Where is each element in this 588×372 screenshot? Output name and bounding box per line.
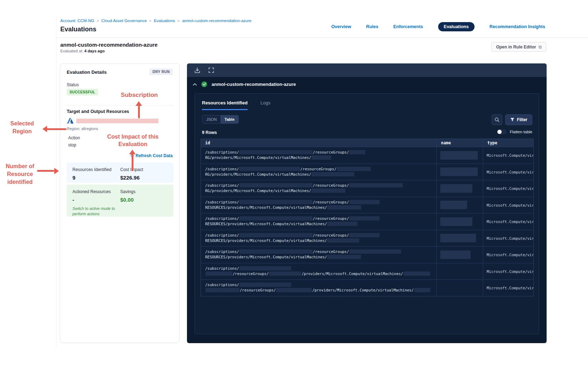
redacted-bar bbox=[440, 250, 471, 259]
redacted-bar bbox=[440, 217, 472, 226]
redacted-bar bbox=[239, 150, 313, 154]
flatten-toggle[interactable] bbox=[497, 129, 507, 134]
redacted-bar bbox=[414, 288, 430, 292]
path-text: RESOURCES/providers/Microsoft.Compute/vi… bbox=[205, 222, 327, 226]
fullscreen-icon[interactable] bbox=[208, 67, 214, 73]
savings-value: $0.00 bbox=[120, 197, 136, 203]
type-cell: Microsoft.Compute/virtu bbox=[483, 280, 533, 296]
path-text: RESOURCES/providers/Microsoft.Compute/vi… bbox=[205, 255, 327, 259]
tab-enforcements[interactable]: Enforcements bbox=[393, 24, 423, 29]
name-cell bbox=[436, 180, 483, 197]
name-cell bbox=[436, 247, 483, 263]
evaluated-at: Evaluated at: 4 days ago bbox=[60, 49, 105, 53]
type-cell: Microsoft.Compute/virtu bbox=[483, 247, 533, 263]
redacted-bar bbox=[239, 200, 313, 204]
redacted-bar bbox=[327, 255, 361, 259]
filter-label: Filter bbox=[517, 117, 527, 122]
redacted-bar bbox=[327, 205, 361, 210]
page: Account: CCM-NG>Cloud Asset Governance>E… bbox=[0, 0, 588, 372]
name-cell bbox=[436, 280, 483, 296]
evaluated-at-label: Evaluated at: bbox=[60, 49, 83, 53]
breadcrumb: Account: CCM-NG>Cloud Asset Governance>E… bbox=[60, 19, 252, 23]
redacted-bar bbox=[327, 238, 359, 243]
resources-table: id name type /subscriptions//resourceGro… bbox=[201, 139, 534, 296]
redacted-bar bbox=[440, 201, 467, 209]
redacted-bar bbox=[440, 151, 478, 160]
refresh-label: Refresh Cost Data bbox=[136, 153, 173, 158]
subscription-arrow-line bbox=[138, 105, 140, 118]
actioned-resources-label: Actioned Resources bbox=[72, 189, 120, 194]
breadcrumb-governance[interactable]: Cloud Asset Governance bbox=[101, 19, 147, 23]
tab-rules[interactable]: Rules bbox=[366, 24, 378, 29]
tab-evaluations[interactable]: Evaluations bbox=[438, 22, 475, 31]
column-header-name: name bbox=[436, 139, 483, 147]
open-rule-editor-button[interactable]: Open in Rule Editor ⧉ bbox=[491, 42, 546, 52]
resources-identified-box: Resources Identified 9 Cost Impact $226.… bbox=[67, 162, 173, 183]
tab-overview[interactable]: Overview bbox=[331, 24, 351, 29]
cost-impact-arrow-line bbox=[132, 154, 133, 171]
resource-count-arrow-line bbox=[37, 170, 54, 172]
path-text: RESOURCES/providers/Microsoft.Compute/vi… bbox=[205, 238, 327, 243]
json-view-button[interactable]: JSON bbox=[202, 115, 220, 123]
table-row: /subscriptions//resourceGroups//provider… bbox=[201, 263, 533, 280]
results-card: Resources Identified Logs JSON Table Fil… bbox=[194, 93, 539, 334]
filter-button[interactable]: Filter bbox=[505, 114, 532, 125]
collapse-chevron-icon[interactable] bbox=[193, 83, 197, 86]
download-icon[interactable] bbox=[194, 67, 201, 73]
action-label: Action bbox=[68, 135, 80, 140]
annotation-cost-impact: Cost Impact of this Evaluation bbox=[103, 133, 162, 148]
tab-logs[interactable]: Logs bbox=[260, 100, 270, 110]
type-cell: Microsoft.Compute/virtu bbox=[483, 147, 533, 164]
azure-icon bbox=[67, 117, 74, 124]
path-text: /resourceGroups/ bbox=[313, 233, 349, 237]
name-cell bbox=[436, 213, 483, 230]
redacted-bar bbox=[349, 233, 380, 237]
path-text: /subscriptions/ bbox=[205, 150, 239, 154]
path-text: /subscriptions/ bbox=[205, 200, 239, 204]
view-mode-toggle: JSON Table bbox=[202, 115, 239, 124]
region-value: Region: allregions bbox=[67, 126, 98, 131]
type-cell: Microsoft.Compute/virtu bbox=[483, 164, 533, 180]
tab-recommendation-insights[interactable]: Recommendation Insights bbox=[490, 24, 545, 29]
table-view-button[interactable]: Table bbox=[220, 115, 238, 123]
redacted-bar bbox=[349, 249, 401, 254]
search-button[interactable] bbox=[492, 114, 502, 125]
breadcrumb-account[interactable]: Account: CCM-NG bbox=[60, 19, 94, 23]
type-cell: Microsoft.Compute/virtu bbox=[483, 263, 533, 280]
results-tabs: Resources Identified Logs bbox=[202, 100, 270, 110]
table-row: /subscriptions//resourceGroups/RG/provid… bbox=[201, 180, 533, 197]
id-cell: /subscriptions//resourceGroups/RG/provid… bbox=[201, 164, 436, 180]
external-link-icon: ⧉ bbox=[538, 45, 542, 50]
breadcrumb-current[interactable]: anmol-custom-recommendation-azure bbox=[182, 19, 251, 23]
evaluated-at-value: 4 days ago bbox=[84, 49, 105, 53]
redacted-bar bbox=[239, 249, 313, 254]
path-text: /subscriptions/ bbox=[205, 233, 239, 237]
table-row: /subscriptions//resourceGroups/RG/provid… bbox=[201, 147, 533, 164]
name-cell bbox=[436, 230, 483, 247]
table-row: /subscriptions//resourceGroups/RESOURCES… bbox=[201, 230, 533, 247]
left-gutter-divider bbox=[56, 15, 56, 347]
path-text: /resourceGroups/ bbox=[313, 183, 349, 187]
column-header-type: type bbox=[483, 139, 533, 147]
viewer-toolbar bbox=[187, 63, 547, 77]
redacted-bar bbox=[337, 167, 371, 171]
type-cell: Microsoft.Compute/virtu bbox=[483, 213, 533, 230]
resources-identified-value: 9 bbox=[72, 175, 120, 181]
breadcrumb-separator: > bbox=[178, 19, 180, 23]
subscription-row bbox=[67, 117, 158, 124]
type-cell: Microsoft.Compute/virtu bbox=[483, 180, 533, 197]
redacted-bar bbox=[269, 272, 301, 276]
tab-resources-identified[interactable]: Resources Identified bbox=[202, 100, 248, 110]
redacted-bar bbox=[440, 184, 472, 193]
id-cell: /subscriptions//resourceGroups/RESOURCES… bbox=[201, 197, 436, 213]
refresh-cost-data-link[interactable]: ⟳Refresh Cost Data bbox=[131, 153, 173, 158]
annotation-selected-region: Selected Region bbox=[4, 120, 41, 135]
divider bbox=[67, 105, 173, 105]
path-text: RG/providers/Microsoft.Compute/virtualMa… bbox=[205, 188, 311, 193]
path-text: /resourceGroups/ bbox=[313, 249, 349, 254]
breadcrumb-evaluations[interactable]: Evaluations bbox=[154, 19, 175, 23]
id-cell: /subscriptions//resourceGroups//provider… bbox=[201, 263, 436, 280]
column-header-id: id bbox=[201, 139, 436, 147]
page-title: Evaluations bbox=[60, 26, 96, 33]
active-mode-note: Switch to active mode to perform actions bbox=[72, 206, 168, 217]
